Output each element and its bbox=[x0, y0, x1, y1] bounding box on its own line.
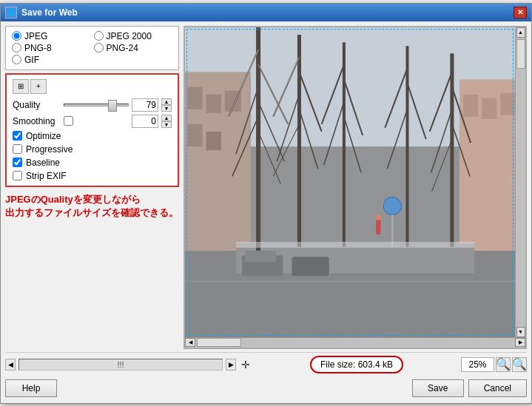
close-button[interactable]: ✕ bbox=[514, 7, 527, 18]
hscroll-left-btn[interactable]: ◀ bbox=[185, 338, 195, 347]
settings-section: ⊞ + Quality 79 ▲ ▼ bbox=[5, 73, 179, 187]
progressive-row[interactable]: Progressive bbox=[13, 144, 172, 155]
action-buttons: Save Cancel bbox=[412, 379, 527, 397]
smoothing-value-input[interactable]: 0 bbox=[132, 115, 158, 128]
status-scrollbar-track[interactable]: !!! bbox=[18, 359, 223, 371]
title-bar: 🌐 Save for Web ✕ bbox=[1, 4, 531, 21]
scrollbar-dots: !!! bbox=[19, 359, 222, 370]
gif-radio[interactable] bbox=[12, 55, 21, 64]
preview-horizontal-scrollbar[interactable]: ◀ ▶ bbox=[185, 337, 525, 348]
optimize-row[interactable]: Optimize bbox=[13, 131, 172, 141]
vertical-scrollbar[interactable]: ▲ ▼ bbox=[515, 27, 525, 337]
left-panel: JPEG JPEG 2000 PNG-8 PNG-24 bbox=[5, 26, 179, 349]
save-button[interactable]: Save bbox=[412, 379, 464, 397]
toolbar-row: ⊞ + bbox=[13, 79, 172, 94]
bottom-buttons: Help Save Cancel bbox=[5, 376, 527, 399]
status-scroll-right[interactable]: ▶ bbox=[226, 359, 236, 371]
preview-panel: ▲ ▼ ◀ ▶ bbox=[183, 26, 527, 349]
status-bar: ◀ !!! ▶ ✛ File size: 603.4 kB 25% 🔍 🔍 bbox=[5, 352, 527, 373]
jpeg-radio-label[interactable]: JPEG bbox=[12, 31, 91, 41]
smoothing-spin-buttons: ▲ ▼ bbox=[161, 115, 172, 128]
quality-spin-down[interactable]: ▼ bbox=[161, 105, 172, 112]
png8-label: PNG-8 bbox=[24, 43, 52, 53]
quality-value-input[interactable]: 79 bbox=[132, 98, 158, 112]
vscroll-down-btn[interactable]: ▼ bbox=[516, 327, 525, 337]
cancel-button[interactable]: Cancel bbox=[468, 379, 527, 397]
stripexif-checkbox[interactable] bbox=[13, 171, 22, 180]
preview-image bbox=[185, 27, 525, 348]
gif-radio-label[interactable]: GIF bbox=[12, 55, 91, 65]
annotation-line2: 出力するファイルサイズを確認できる。 bbox=[5, 206, 179, 220]
progressive-label: Progressive bbox=[26, 144, 73, 155]
app-icon: 🌐 bbox=[5, 7, 17, 18]
optimize-checkbox[interactable] bbox=[13, 131, 22, 141]
zoom-input[interactable]: 25% bbox=[461, 357, 494, 372]
smoothing-checkbox[interactable] bbox=[64, 116, 73, 126]
title-bar-left: 🌐 Save for Web bbox=[5, 7, 78, 18]
vscroll-thumb[interactable] bbox=[516, 39, 525, 69]
move-icon: ✛ bbox=[239, 358, 252, 371]
stripexif-row[interactable]: Strip EXIF bbox=[13, 171, 172, 181]
jpeg-radio[interactable] bbox=[12, 31, 21, 41]
dialog-title: Save for Web bbox=[21, 7, 78, 18]
zoom-in-btn[interactable]: 🔍 bbox=[512, 357, 527, 372]
png8-radio[interactable] bbox=[12, 43, 21, 53]
quality-row: Quality 79 ▲ ▼ bbox=[13, 98, 172, 112]
format-section: JPEG JPEG 2000 PNG-8 PNG-24 bbox=[5, 26, 179, 70]
png24-radio[interactable] bbox=[94, 43, 104, 53]
baseline-checkbox[interactable] bbox=[13, 158, 22, 167]
bottom-area: ◀ !!! ▶ ✛ File size: 603.4 kB 25% 🔍 🔍 He… bbox=[5, 352, 527, 399]
jpeg2000-radio-label[interactable]: JPEG 2000 bbox=[94, 31, 173, 41]
stripexif-label: Strip EXIF bbox=[26, 171, 67, 181]
jpeg2000-radio[interactable] bbox=[94, 31, 104, 41]
quality-slider-track[interactable] bbox=[64, 104, 129, 106]
svg-rect-53 bbox=[185, 27, 525, 348]
png8-radio-label[interactable]: PNG-8 bbox=[12, 43, 91, 53]
toolbar-grid-btn[interactable]: ⊞ bbox=[13, 79, 29, 94]
toolbar-add-btn[interactable]: + bbox=[30, 79, 47, 94]
dialog-body: JPEG JPEG 2000 PNG-8 PNG-24 bbox=[1, 21, 531, 403]
quality-spin-buttons: ▲ ▼ bbox=[161, 98, 172, 112]
smoothing-spin-up[interactable]: ▲ bbox=[161, 115, 172, 121]
smoothing-label: Smoothing bbox=[13, 116, 61, 126]
png24-radio-label[interactable]: PNG-24 bbox=[94, 43, 173, 53]
format-grid: JPEG JPEG 2000 PNG-8 PNG-24 bbox=[12, 31, 172, 65]
gif-label: GIF bbox=[24, 55, 39, 65]
annotation-area: JPEGのQualityを変更しながら 出力するファイルサイズを確認できる。 bbox=[5, 190, 179, 349]
zoom-out-btn[interactable]: 🔍 bbox=[496, 357, 511, 372]
baseline-row[interactable]: Baseline bbox=[13, 158, 172, 168]
help-button[interactable]: Help bbox=[5, 379, 57, 397]
progressive-checkbox[interactable] bbox=[13, 144, 22, 154]
quality-slider-thumb[interactable] bbox=[108, 100, 117, 112]
status-scroll-left[interactable]: ◀ bbox=[5, 359, 16, 371]
zoom-section: 25% 🔍 🔍 bbox=[461, 357, 527, 372]
smoothing-spin-down[interactable]: ▼ bbox=[161, 121, 172, 128]
hscroll-thumb[interactable] bbox=[197, 338, 241, 347]
baseline-label: Baseline bbox=[26, 158, 60, 168]
optimize-label: Optimize bbox=[26, 131, 61, 141]
quality-label: Quality bbox=[13, 100, 61, 110]
save-for-web-dialog: 🌐 Save for Web ✕ JPEG JPEG bbox=[0, 3, 532, 404]
jpeg-label: JPEG bbox=[24, 31, 47, 41]
jpeg2000-label: JPEG 2000 bbox=[107, 31, 152, 41]
vscroll-up-btn[interactable]: ▲ bbox=[516, 27, 525, 38]
filesize-container: File size: 603.4 kB bbox=[255, 356, 458, 373]
annotation-line1: JPEGのQualityを変更しながら bbox=[5, 193, 179, 206]
png24-label: PNG-24 bbox=[107, 43, 138, 53]
main-content: JPEG JPEG 2000 PNG-8 PNG-24 bbox=[5, 26, 527, 349]
smoothing-row: Smoothing 0 ▲ ▼ bbox=[13, 115, 172, 128]
filesize-badge: File size: 603.4 kB bbox=[310, 356, 403, 373]
quality-spin-up[interactable]: ▲ bbox=[161, 98, 172, 105]
hscroll-right-btn[interactable]: ▶ bbox=[515, 338, 525, 347]
